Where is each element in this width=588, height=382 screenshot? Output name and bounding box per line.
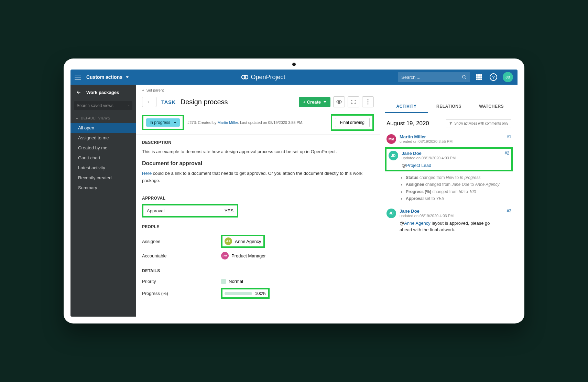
chevron-up-icon [75, 117, 79, 120]
sidebar-item-summary[interactable]: Summary [70, 183, 136, 193]
svg-point-7 [368, 99, 369, 100]
entry-highlight: JD Jane Doe updated on 08/19/2020 4:03 P… [385, 147, 513, 171]
help-icon[interactable]: ? [488, 72, 499, 83]
entry-time: updated on 08/19/2020 4:03 PM [400, 214, 503, 218]
change-item: Approval set to YES [406, 195, 513, 202]
accountable-field[interactable]: Accountable PMProduct Manager [142, 250, 374, 262]
details-section: DETAILS Priority Normal Progress (%) 100… [136, 263, 380, 302]
entry-time: created on 08/19/2020 3:55 PM [400, 139, 503, 144]
top-bar: Custom actions OpenProject ? JD [70, 70, 518, 85]
entry-number[interactable]: #1 [507, 134, 511, 144]
user-avatar[interactable]: JD [502, 72, 513, 83]
activity-entry: JD Jane Doe updated on 08/19/2020 4:03 P… [385, 205, 513, 237]
people-section: PEOPLE Assignee AAAnne Agency Accountabl… [136, 219, 380, 263]
brand-name: OpenProject [251, 74, 285, 81]
svg-line-3 [465, 78, 466, 79]
tab-watchers[interactable]: WATCHERS [470, 100, 513, 113]
section-title-details: DETAILS [142, 268, 374, 273]
tab-activity[interactable]: ACTIVITY [385, 100, 428, 113]
comment-text: @Anne Agency layout is approved, please … [400, 220, 503, 233]
app-screen: Custom actions OpenProject ? JD Work pac… [70, 70, 518, 317]
fullscreen-icon[interactable] [348, 96, 359, 107]
change-item: Status changed from New to In progress [406, 174, 513, 181]
back-button[interactable]: ← [142, 97, 156, 107]
doc-link[interactable]: Here [142, 171, 152, 176]
svg-point-2 [462, 75, 465, 78]
sidebar-search[interactable] [74, 101, 132, 110]
create-button[interactable]: + Create [299, 97, 330, 107]
activity-entry: JD Jane Doe updated on 08/19/2020 4:03 P… [389, 151, 509, 168]
title-row: ← TASK Design process + Create [136, 94, 380, 112]
sidebar-search-input[interactable] [77, 103, 128, 108]
activity-date-header: August 19, 2020 Show activities with com… [385, 113, 513, 131]
section-title-approval: APPROVAL [142, 196, 374, 201]
progress-field[interactable]: Progress (%) 100% [142, 286, 374, 301]
brand-logo[interactable]: OpenProject [129, 73, 398, 81]
entry-number[interactable]: #3 [507, 209, 511, 233]
mention-link[interactable]: Project Lead [406, 163, 431, 168]
breadcrumb-title[interactable]: Custom actions [86, 74, 122, 80]
sidebar-item-gantt[interactable]: Gantt chart [70, 153, 136, 163]
sidebar-item-recent[interactable]: Recently created [70, 173, 136, 183]
tab-relations[interactable]: RELATIONS [428, 100, 470, 113]
global-search[interactable] [398, 72, 470, 82]
entry-avatar: MM [386, 134, 396, 144]
entry-avatar: JD [389, 151, 398, 160]
custom-action-button[interactable]: Final drawing [335, 118, 370, 127]
approval-field[interactable]: Approval YES [145, 208, 236, 213]
mention-link[interactable]: Anne Agency [404, 221, 431, 226]
svg-point-9 [368, 104, 369, 105]
search-icon [128, 104, 130, 108]
action-highlight: Final drawing [331, 114, 374, 131]
entry-author[interactable]: Martin Miller [400, 134, 426, 139]
activity-panel: ACTIVITY RELATIONS WATCHERS August 19, 2… [380, 85, 518, 317]
section-title-description: DESCRIPTION [142, 140, 374, 145]
filter-icon [449, 122, 453, 125]
wp-title[interactable]: Design process [181, 98, 228, 106]
assignee-avatar: AA [225, 237, 232, 245]
watch-icon[interactable] [333, 96, 345, 107]
assignee-field[interactable]: Assignee AAAnne Agency [142, 233, 374, 250]
svg-point-1 [244, 75, 248, 79]
search-input[interactable] [401, 75, 462, 80]
modules-icon[interactable] [473, 72, 484, 83]
priority-field[interactable]: Priority Normal [142, 277, 374, 286]
wp-type[interactable]: TASK [161, 99, 176, 105]
activity-date: August 19, 2020 [386, 120, 429, 127]
sidebar-title: Work packages [86, 90, 119, 95]
approval-highlight: Approval YES [142, 204, 238, 217]
status-dropdown[interactable]: In progress [146, 118, 180, 127]
entry-number[interactable]: #2 [505, 151, 509, 168]
app-body: Work packages DEFAULT VIEWS All open Ass… [70, 85, 518, 317]
title-actions: + Create [299, 96, 374, 107]
description-subheading: Document for approval [142, 160, 374, 167]
description-p2[interactable]: Here could be a link to a document that … [142, 170, 374, 184]
menu-icon[interactable] [75, 75, 81, 79]
work-package-detail: + Set parent ← TASK Design process + Cre… [136, 85, 380, 317]
more-icon[interactable] [362, 96, 374, 107]
entry-author[interactable]: Jane Doe [402, 151, 422, 156]
sidebar-item-latest[interactable]: Latest activity [70, 163, 136, 173]
description-p1[interactable]: This is an example to demonstrate how a … [142, 148, 374, 156]
sidebar-item-all-open[interactable]: All open [70, 123, 136, 133]
progress-highlight: 100% [221, 288, 270, 299]
activity-entry: MM Martin Miller created on 08/19/2020 3… [385, 131, 513, 147]
activity-filter[interactable]: Show activities with comments only [446, 119, 511, 127]
section-title-people: PEOPLE [142, 224, 374, 229]
sidebar-group-label[interactable]: DEFAULT VIEWS [70, 114, 136, 123]
sidebar-item-assigned[interactable]: Assigned to me [70, 133, 136, 143]
entry-author[interactable]: Jane Doe [400, 209, 420, 214]
back-arrow-icon [76, 89, 81, 95]
sidebar-header[interactable]: Work packages [70, 85, 136, 100]
svg-point-8 [368, 102, 369, 103]
change-item: Assignee changed from Jane Doe to Anne A… [406, 181, 513, 188]
tablet-frame: Custom actions OpenProject ? JD Work pac… [64, 59, 524, 323]
wp-meta: #273: Created by Martin Miller. Last upd… [187, 120, 303, 125]
sidebar-item-created[interactable]: Created by me [70, 143, 136, 153]
set-parent-link[interactable]: + Set parent [136, 85, 380, 94]
camera-dot [292, 63, 296, 66]
author-link[interactable]: Martin Miller [217, 120, 238, 125]
description-section: DESCRIPTION This is an example to demons… [136, 135, 380, 190]
change-item: Progress (%) changed from 50 to 100 [406, 188, 513, 195]
sidebar: Work packages DEFAULT VIEWS All open Ass… [70, 85, 136, 317]
